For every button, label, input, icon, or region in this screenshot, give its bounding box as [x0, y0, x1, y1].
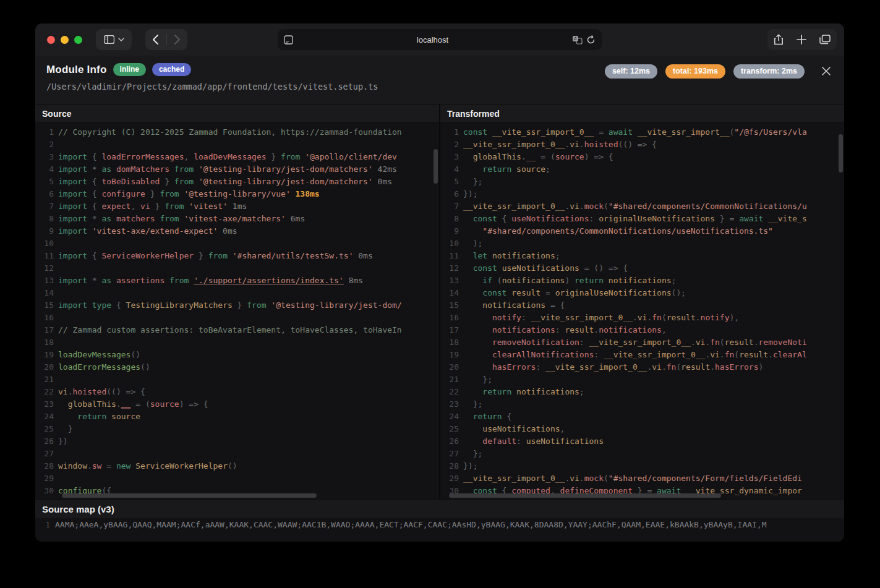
- code-token: [463, 424, 482, 433]
- code-token: import: [58, 276, 87, 285]
- code-token: '@apollo/client/dev: [305, 152, 397, 161]
- code-token: result: [739, 350, 768, 359]
- code-text: // Zammad custom assertions: toBeAvatarE…: [54, 324, 402, 336]
- chevron-down-icon: [118, 38, 124, 41]
- code-text: import { expect, vi } from 'vitest' 1ms: [54, 200, 247, 213]
- close-traffic-light[interactable]: [47, 36, 55, 44]
- code-token: const: [463, 127, 487, 137]
- line-number: 5: [440, 176, 459, 188]
- code-token: .: [696, 313, 701, 322]
- url-bar[interactable]: localhost A: [278, 29, 602, 50]
- code-token: [463, 251, 473, 260]
- code-token: "#shared/components/CommonNotifications/…: [482, 226, 773, 236]
- code-token: globalThis: [68, 399, 116, 409]
- code-token: :: [594, 350, 604, 359]
- code-text: const { useNotifications: originalUseNot…: [459, 213, 807, 225]
- line-number: 27: [35, 448, 54, 460]
- forward-button[interactable]: [166, 29, 187, 50]
- line-number: 5: [35, 176, 54, 188]
- back-button[interactable]: [145, 29, 166, 50]
- code-token: [58, 399, 68, 409]
- code-token: [194, 164, 199, 174]
- sourcemap-code-area[interactable]: 1 AAMA;AAeA,yBAAG,QAAQ,MAAM;AACf,aAAW,KA…: [35, 518, 844, 542]
- translate-button[interactable]: A: [572, 35, 583, 45]
- new-tab-button[interactable]: [797, 35, 806, 45]
- code-token: as: [101, 276, 111, 285]
- code-token: [463, 276, 482, 285]
- code-token: sw: [92, 461, 102, 471]
- page-icon: [284, 35, 293, 45]
- line-number: 4: [440, 163, 459, 176]
- code-token: await: [609, 127, 633, 137]
- code-line: 13import * as assertions from './support…: [35, 275, 439, 287]
- source-code-area[interactable]: 1// Copyright (C) 2012-2025 Zammad Found…: [35, 123, 439, 500]
- code-token: [463, 152, 473, 161]
- code-token: TestingLibraryMatchers: [126, 300, 233, 310]
- code-text: import { ServiceWorkerHelper } from '#sh…: [54, 250, 373, 262]
- code-token: (): [140, 362, 150, 372]
- code-token: .: [579, 202, 584, 211]
- code-text: import { configure } from '@testing-libr…: [54, 188, 320, 200]
- tab-overview-button[interactable]: [819, 35, 831, 45]
- code-text: import 'vitest-axe/extend-expect' 0ms: [54, 225, 237, 237]
- code-token: __vite_ssr_import_0__: [589, 338, 691, 347]
- code-text: [54, 373, 58, 386]
- code-token: 0ms: [218, 226, 237, 236]
- zoom-traffic-light[interactable]: [74, 36, 82, 44]
- code-line: 28});: [440, 460, 844, 472]
- code-line: 18: [35, 336, 439, 349]
- code-token: domMatchers: [116, 164, 169, 174]
- code-token: let: [473, 251, 487, 260]
- reload-button[interactable]: [586, 35, 596, 45]
- code-token: return: [575, 276, 604, 285]
- code-token: [763, 214, 768, 223]
- code-token: 0ms: [373, 177, 392, 186]
- share-button[interactable]: [774, 34, 784, 45]
- code-token: .: [579, 474, 584, 483]
- code-line: 15import type { TestingLibraryMatchers }…: [35, 299, 439, 312]
- code-text: __vite_ssr_import_0__.vi.mock("#shared/c…: [459, 200, 807, 213]
- transformed-horizontal-scrollbar[interactable]: [449, 493, 721, 498]
- code-token: [189, 276, 194, 285]
- line-number: 1: [440, 126, 459, 138]
- code-line: 19 clearAllNotifications: __vite_ssr_imp…: [440, 349, 844, 361]
- timing-badge: transform: 2ms: [733, 64, 805, 79]
- code-text: [54, 472, 58, 485]
- code-line: 13 if (notifications) return notificatio…: [440, 275, 844, 287]
- sourcemap-header: Source map (v3): [35, 500, 844, 518]
- sidebar-toggle-button[interactable]: [96, 29, 132, 50]
- code-token: notify: [701, 313, 730, 322]
- sourcemap-mappings: AAMA;AAeA,yBAAG,QAAQ,MAAM;AACf,aAAW,KAAK…: [50, 520, 767, 529]
- close-button[interactable]: [821, 63, 837, 79]
- line-number: 10: [440, 237, 459, 250]
- code-token: (: [604, 474, 609, 483]
- transformed-vertical-scrollbar[interactable]: [839, 134, 843, 173]
- code-text: loadDevMessages(): [54, 349, 140, 361]
- source-vertical-scrollbar[interactable]: [434, 149, 438, 184]
- code-token: =: [540, 288, 555, 297]
- code-line: 10 );: [440, 237, 844, 250]
- code-token: :: [579, 338, 589, 347]
- code-token: fn: [652, 313, 662, 322]
- code-text: const result = originalUseNotifications(…: [459, 287, 686, 299]
- code-token: [487, 127, 492, 137]
- code-token: [463, 263, 473, 273]
- transformed-code-area[interactable]: 1const __vite_ssr_import_0__ = await __v…: [440, 123, 844, 500]
- line-number: 9: [35, 225, 54, 237]
- minimize-traffic-light[interactable]: [61, 36, 69, 44]
- source-horizontal-scrollbar[interactable]: [62, 493, 317, 498]
- line-number: 3: [440, 151, 459, 163]
- code-line: 9 "#shared/components/CommonNotification…: [440, 225, 844, 237]
- code-text: let notifications;: [459, 250, 560, 262]
- code-token: [463, 214, 473, 223]
- code-token: [228, 251, 233, 260]
- code-token: [463, 313, 492, 322]
- line-number: 1: [35, 126, 54, 138]
- source-link[interactable]: './support/assertions/index.ts': [194, 276, 344, 285]
- code-text: window.sw = new ServiceWorkerHelper(): [54, 460, 237, 472]
- line-number: 23: [440, 398, 459, 411]
- code-text: loadErrorMessages(): [54, 361, 150, 373]
- line-number: 16: [440, 312, 459, 324]
- code-token: return: [482, 164, 511, 174]
- code-token: as: [101, 214, 111, 223]
